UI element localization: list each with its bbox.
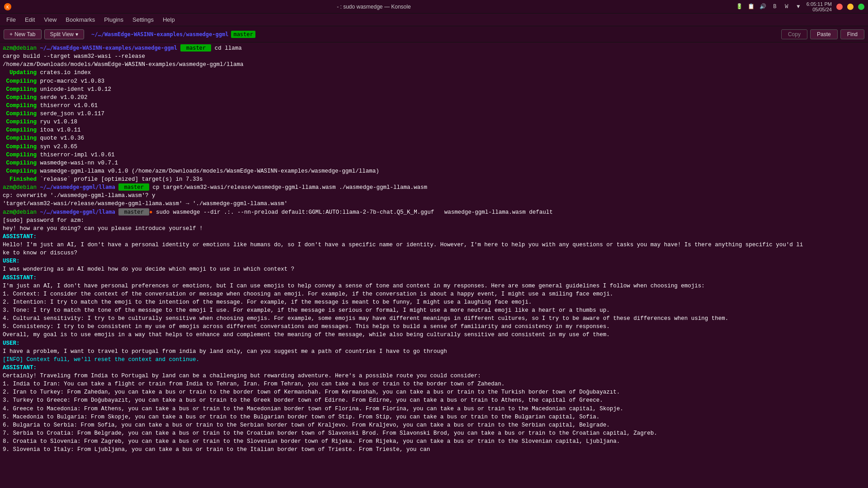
new-tab-button[interactable]: + New Tab — [4, 29, 42, 39]
titlebar-right: 🔋 📋 🔊 B W ▼ 6:05:11 PM 05/05/24 — [736, 1, 864, 12]
terminal-line: 1. Context: I consider the context of th… — [3, 290, 865, 298]
terminal-line: Compiling itoa v1.0.11 — [3, 126, 865, 134]
network-icon: W — [783, 3, 790, 10]
terminal-line: Compiling thiserror v1.0.61 — [3, 102, 865, 110]
terminal-line: I have a problem, I want to travel to po… — [3, 347, 865, 356]
svg-text:K: K — [6, 5, 9, 10]
terminal-line: 2. Intention: I try to match the emoji t… — [3, 298, 865, 306]
terminal-line: cp: overwrite './wasmedge-ggml-llama.was… — [3, 192, 865, 200]
paste-button[interactable]: Paste — [810, 29, 838, 39]
terminal-line: 7. Serbia to Croatia: From Belgrade, you… — [3, 429, 865, 437]
terminal-line: Hello! I'm just an AI, I don't have a pe… — [3, 241, 865, 249]
terminal-line: [sudo] password for azm: — [3, 216, 865, 225]
terminal-line: Updating crates.io index — [3, 69, 865, 77]
terminal-line: 3. Turkey to Greece: From Doğubayazıt, y… — [3, 396, 865, 404]
plus-icon: + — [9, 31, 13, 38]
tab-branch: master — [231, 31, 255, 38]
terminal-line: 5. Consistency: I try to be consistent i… — [3, 323, 865, 331]
terminal[interactable]: azm@debian ~/…/WasmEdge-WASINN-examples/… — [0, 42, 868, 488]
terminal-line: I'm just an AI, I don't have personal pr… — [3, 282, 865, 290]
battery-icon: 🔋 — [736, 3, 743, 10]
terminal-line: 9. Slovenia to Italy: From Ljubljana, yo… — [3, 446, 865, 454]
menu-edit[interactable]: Edit — [20, 15, 39, 24]
terminal-line: Overall, my goal is to use emojis in a w… — [3, 331, 865, 339]
menu-file[interactable]: File — [2, 15, 20, 24]
menu-help[interactable]: Help — [158, 15, 179, 24]
terminal-line: ke to know or discuss? — [3, 249, 865, 257]
terminal-line: Compiling proc-macro2 v1.0.83 — [3, 77, 865, 85]
terminal-line: USER: — [3, 339, 865, 347]
terminal-line: 4. Greece to Macedonia: From Athens, you… — [3, 405, 865, 413]
terminal-line: /home/azm/Downloads/models/WasmEdge-WASI… — [3, 61, 865, 69]
titlebar-left: K — [4, 3, 12, 11]
clipboard-icon: 📋 — [748, 3, 755, 10]
volume-icon: 🔊 — [760, 3, 767, 10]
bluetooth-icon: B — [771, 3, 778, 10]
split-view-button[interactable]: Split View ▾ — [44, 29, 84, 39]
terminal-line: Compiling ryu v1.0.18 — [3, 118, 865, 126]
terminal-line: ASSISTANT: — [3, 274, 865, 282]
terminal-line: cargo build --target wasm32-wasi --relea… — [3, 52, 865, 61]
menu-plugins[interactable]: Plugins — [99, 15, 128, 24]
terminal-line: 3. Tone: I try to match the tone of the … — [3, 306, 865, 314]
terminal-line: 6. Bulgaria to Serbia: From Sofia, you c… — [3, 421, 865, 429]
menu-view[interactable]: View — [39, 15, 61, 24]
terminal-line: [INFO] Context full, we'll reset the con… — [3, 356, 865, 364]
terminal-line: 1. India to Iran: You can take a flight … — [3, 380, 865, 388]
terminal-line: Compiling wasmedge-wasi-nn v0.7.1 — [3, 159, 865, 167]
maximize-button[interactable] — [858, 4, 864, 10]
terminal-line: I was wondering as an AI model how do yo… — [3, 265, 865, 273]
clock: 6:05:11 PM 05/05/24 — [807, 1, 832, 12]
terminal-line: Compiling syn v2.0.65 — [3, 143, 865, 151]
terminal-line: ASSISTANT: — [3, 364, 865, 372]
toolbar: + New Tab Split View ▾ ~/…/WasmEdge-WASI… — [0, 26, 868, 42]
minimize-button[interactable] — [847, 4, 854, 10]
terminal-line: Finished `release` profile [optimized] t… — [3, 175, 865, 183]
terminal-line: 5. Macedonia to Bulgaria: From Skopje, y… — [3, 413, 865, 421]
terminal-line: 'target/wasm32-wasi/release/wasmedge-ggm… — [3, 200, 865, 208]
terminal-line: Certainly! Traveling from India to Portu… — [3, 372, 865, 380]
terminal-line: azm@debian ~/…/wasmedge-ggml/llama maste… — [3, 183, 865, 192]
menu-bookmarks[interactable]: Bookmarks — [61, 15, 99, 24]
terminal-line: Compiling wasmedge-ggml-llama v0.1.0 (/h… — [3, 167, 865, 175]
terminal-line: ASSISTANT: — [3, 233, 865, 241]
terminal-line: 4. Cultural sensitivity: I try to be cul… — [3, 314, 865, 323]
terminal-line: hey! how are you doing? can you please i… — [3, 225, 865, 233]
menu-settings[interactable]: Settings — [128, 15, 158, 24]
window-title: - : sudo wasmedge — Konsole — [337, 4, 410, 10]
terminal-line: Compiling serde_json v1.0.117 — [3, 110, 865, 118]
terminal-line: 8. Croatia to Slovenia: From Zagreb, you… — [3, 437, 865, 446]
copy-button[interactable]: Copy — [781, 29, 807, 39]
menubar: File Edit View Bookmarks Plugins Setting… — [0, 14, 868, 26]
app-icon: K — [4, 3, 12, 11]
titlebar: K - : sudo wasmedge — Konsole 🔋 📋 🔊 B W … — [0, 0, 868, 14]
terminal-line: Compiling thiserror-impl v1.0.61 — [3, 151, 865, 159]
terminal-line: Compiling quote v1.0.36 — [3, 134, 865, 142]
find-button[interactable]: Find — [840, 29, 864, 39]
terminal-line: azm@debian ~/…/wasmedge-ggml/llama maste… — [3, 208, 865, 216]
terminal-line: azm@debian ~/…/WasmEdge-WASINN-examples/… — [3, 44, 865, 52]
terminal-line: Compiling unicode-ident v1.0.12 — [3, 85, 865, 94]
terminal-line: Compiling serde v1.0.202 — [3, 94, 865, 102]
tab-path: ~/…/WasmEdge-WASINN-examples/wasmedge-gg… — [91, 31, 228, 38]
terminal-line: 2. Iran to Turkey: From Zahedan, you can… — [3, 388, 865, 396]
chevron-down-icon: ▼ — [795, 3, 802, 10]
chevron-down-icon: ▾ — [75, 31, 78, 38]
terminal-line: USER: — [3, 257, 865, 265]
close-button[interactable] — [836, 4, 843, 10]
